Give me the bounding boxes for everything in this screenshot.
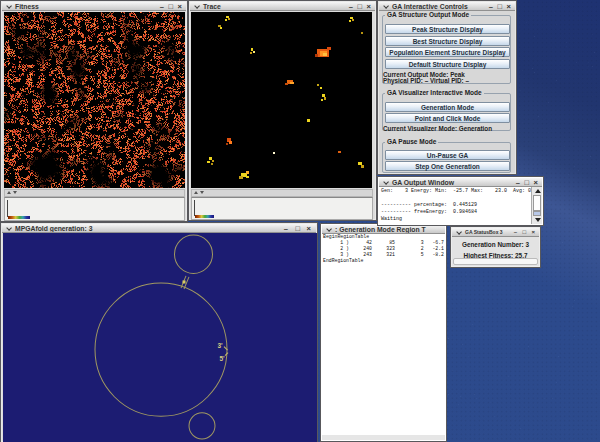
svg-text:3': 3' [218,342,224,349]
svg-text:5': 5' [220,355,226,362]
